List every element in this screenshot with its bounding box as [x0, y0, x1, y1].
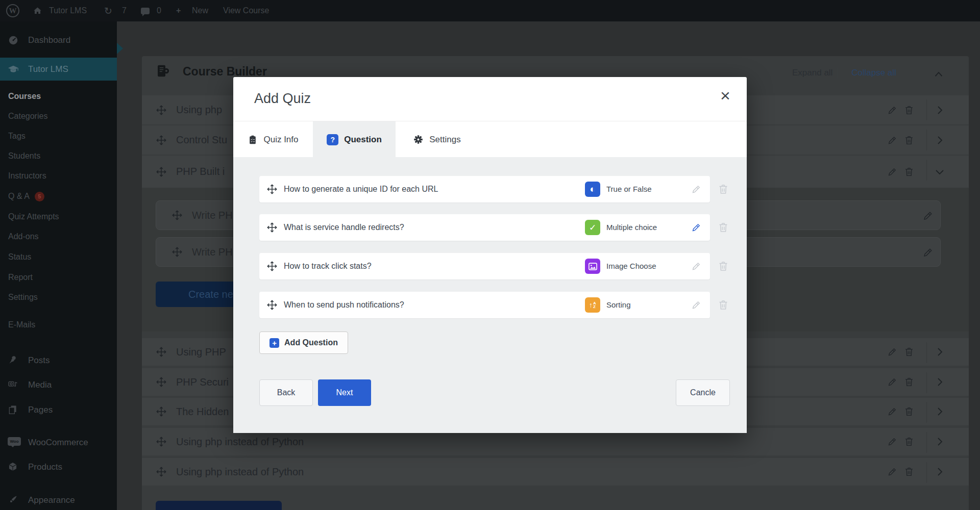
home-icon[interactable]	[33, 0, 42, 21]
delete-icon[interactable]	[903, 346, 915, 358]
drag-handle-icon[interactable]	[156, 166, 167, 177]
edit-icon[interactable]	[922, 246, 934, 259]
drag-handle-icon[interactable]	[266, 261, 278, 272]
drag-handle-icon[interactable]	[156, 346, 167, 358]
edit-icon[interactable]	[887, 376, 898, 388]
tab-label: Question	[344, 135, 382, 145]
edit-icon[interactable]	[887, 105, 898, 116]
sidebar-item-products[interactable]: Products	[0, 461, 117, 474]
divider	[926, 342, 927, 363]
drag-handle-icon[interactable]	[266, 184, 278, 195]
sidebar-item-woocommerce[interactable]: Woo WooCommerce	[0, 436, 117, 449]
drag-handle-icon[interactable]	[172, 246, 183, 258]
wordpress-logo-icon[interactable]: W	[6, 0, 19, 21]
edit-icon[interactable]	[922, 210, 934, 222]
delete-icon[interactable]	[717, 299, 729, 311]
drag-handle-icon[interactable]	[156, 376, 167, 388]
sidebar-item-categories[interactable]: Categories	[8, 110, 47, 122]
create-new-topic-button[interactable]	[156, 501, 282, 510]
sidebar-item-instructors[interactable]: Instructors	[8, 170, 46, 182]
edit-icon[interactable]	[691, 184, 702, 195]
sidebar-item-settings[interactable]: Settings	[8, 291, 38, 303]
site-name-link[interactable]: Tutor LMS	[49, 0, 87, 21]
question-row[interactable]: When to send push notifications? ↑AZ Sor…	[259, 292, 710, 318]
drag-handle-icon[interactable]	[156, 105, 167, 116]
updates-icon[interactable]: ↻	[104, 0, 112, 21]
tab-settings[interactable]: Settings	[396, 121, 478, 158]
drag-handle-icon[interactable]	[156, 436, 167, 447]
delete-icon[interactable]	[903, 406, 915, 417]
sidebar-item-posts[interactable]: Posts	[0, 354, 117, 367]
cancel-button[interactable]: Cancle	[676, 379, 730, 406]
edit-icon[interactable]	[691, 299, 702, 311]
chevron-right-icon[interactable]	[934, 346, 946, 358]
question-row[interactable]: How to generate a unique ID for each URL…	[259, 176, 710, 202]
edit-icon[interactable]	[887, 346, 898, 358]
sidebar-item-media[interactable]: Media	[0, 378, 117, 392]
chevron-up-icon[interactable]	[932, 68, 945, 81]
edit-icon[interactable]	[887, 466, 898, 477]
chevron-down-icon[interactable]	[934, 166, 946, 178]
sidebar-item-tutor-lms[interactable]: Tutor LMS	[0, 58, 117, 81]
topic-row[interactable]: Using php instead of Python	[142, 458, 969, 486]
edit-icon[interactable]	[691, 261, 702, 272]
sidebar-item-report[interactable]: Report	[8, 271, 33, 284]
sidebar-item-qa[interactable]: Q & A 5	[8, 190, 44, 202]
delete-icon[interactable]	[903, 105, 915, 116]
sidebar-item-students[interactable]: Students	[8, 150, 40, 162]
sidebar-item-addons[interactable]: Add-ons	[8, 231, 39, 243]
drag-handle-icon[interactable]	[156, 406, 167, 417]
drag-handle-icon[interactable]	[172, 210, 183, 221]
sidebar-item-dashboard[interactable]: Dashboard	[0, 34, 117, 47]
chevron-right-icon[interactable]	[934, 405, 946, 418]
new-content-icon[interactable]: +	[176, 0, 181, 21]
tab-question[interactable]: ? Question	[313, 121, 396, 158]
sidebar-item-emails[interactable]: E-Mails	[8, 319, 35, 331]
view-course-link[interactable]: View Course	[223, 0, 269, 21]
sidebar-item-label: Appearance	[28, 495, 75, 505]
chevron-right-icon[interactable]	[934, 104, 946, 116]
sidebar-item-status[interactable]: Status	[8, 251, 31, 263]
sidebar-item-courses[interactable]: Courses	[8, 90, 41, 103]
drag-handle-icon[interactable]	[266, 299, 278, 311]
question-row[interactable]: How to track click stats? Image Choose	[259, 253, 710, 279]
gear-icon	[413, 134, 424, 145]
edit-icon[interactable]	[887, 406, 898, 417]
chevron-right-icon[interactable]	[934, 466, 946, 478]
close-icon[interactable]	[716, 86, 734, 105]
comments-count[interactable]: 0	[157, 0, 161, 21]
delete-icon[interactable]	[717, 221, 729, 234]
tab-quiz-info[interactable]: Quiz Info	[233, 121, 313, 158]
collapse-all-link[interactable]: Collapse all	[851, 68, 896, 78]
sidebar-item-quiz-attempts[interactable]: Quiz Attempts	[8, 211, 59, 223]
expand-all-link[interactable]: Expand all	[792, 68, 832, 78]
chevron-right-icon[interactable]	[934, 436, 946, 448]
drag-handle-icon[interactable]	[266, 222, 278, 233]
delete-icon[interactable]	[717, 183, 729, 195]
chevron-right-icon[interactable]	[934, 376, 946, 388]
drag-handle-icon[interactable]	[156, 466, 167, 477]
sidebar-item-appearance[interactable]: Appearance	[0, 494, 117, 507]
sidebar-item-tags[interactable]: Tags	[8, 130, 26, 142]
add-question-button[interactable]: + Add Question	[259, 332, 348, 354]
edit-icon[interactable]	[887, 166, 898, 177]
delete-icon[interactable]	[903, 135, 915, 146]
delete-icon[interactable]	[903, 376, 915, 388]
drag-handle-icon[interactable]	[156, 135, 167, 146]
sidebar-item-pages[interactable]: Pages	[0, 403, 117, 417]
updates-count[interactable]: 7	[122, 0, 127, 21]
edit-icon[interactable]	[887, 436, 898, 447]
new-content-link[interactable]: New	[192, 0, 208, 21]
edit-icon[interactable]	[887, 135, 898, 146]
chevron-right-icon[interactable]	[934, 134, 946, 146]
delete-icon[interactable]	[903, 466, 915, 477]
edit-icon[interactable]	[691, 222, 702, 233]
next-button[interactable]: Next	[318, 379, 371, 406]
question-row[interactable]: What is service handle redirects? ✓ Mult…	[259, 214, 710, 241]
delete-icon[interactable]	[717, 260, 729, 272]
topic-title: Control Stu	[176, 134, 227, 146]
delete-icon[interactable]	[903, 166, 915, 177]
delete-icon[interactable]	[903, 436, 915, 447]
comments-icon[interactable]	[141, 0, 150, 21]
back-button[interactable]: Back	[259, 379, 313, 406]
